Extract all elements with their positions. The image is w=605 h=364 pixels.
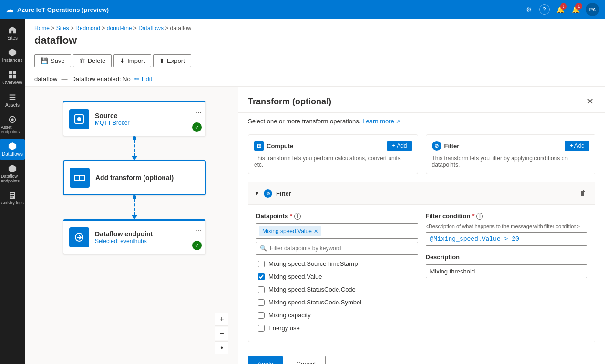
checkbox-5[interactable]	[258, 325, 265, 332]
search-wrapper: 🔍	[256, 242, 418, 255]
topbar-actions: ⚙ ? 🔔 1 🔔 1 PA	[524, 3, 599, 16]
filter-header-left: ▼ ⊘ Filter	[254, 189, 291, 198]
flow-nodes: Source MQTT Broker ... ✓	[63, 101, 206, 254]
checkbox-2[interactable]	[258, 286, 265, 293]
export-icon: ⬆	[159, 57, 164, 64]
svg-rect-9	[80, 175, 84, 180]
datapoints-info-icon[interactable]: i	[294, 213, 301, 220]
breadcrumb-donut-line[interactable]: donut-line	[107, 25, 132, 31]
tag-remove-icon[interactable]: ✕	[314, 228, 318, 234]
checkbox-label-2: Mixing speed.StatusCode.Code	[268, 286, 356, 293]
breadcrumb-dataflows[interactable]: Dataflows	[138, 25, 164, 31]
filter-condition-input[interactable]	[426, 232, 588, 246]
checkbox-item-2[interactable]: Mixing speed.StatusCode.Code	[256, 283, 418, 295]
export-button[interactable]: ⬆ Export	[153, 54, 191, 67]
checkbox-label-1: Mixing speed.Value	[268, 273, 322, 280]
connector-1	[132, 136, 137, 160]
checkbox-item-5[interactable]: Energy use	[256, 322, 418, 334]
edit-link[interactable]: ✏ Edit	[134, 75, 152, 82]
import-button[interactable]: ⬇ Import	[113, 54, 151, 67]
save-icon: 💾	[41, 57, 48, 64]
fit-button[interactable]: •	[215, 341, 228, 354]
azure-logo-icon: ☁	[6, 5, 13, 14]
svg-rect-1	[13, 71, 16, 74]
filter-delete-button[interactable]: 🗑	[578, 187, 589, 200]
breadcrumb-redmond[interactable]: Redmond	[75, 25, 100, 31]
endpoint-node-more[interactable]: ...	[195, 224, 202, 233]
breadcrumb-home[interactable]: Home	[34, 25, 50, 31]
compute-card-title: ⊞ Compute	[254, 141, 293, 151]
description-field-wrapper: Description	[426, 253, 588, 278]
checkbox-item-3[interactable]: Mixing speed.StatusCode.Symbol	[256, 296, 418, 308]
breadcrumb-sites[interactable]: Sites	[56, 25, 69, 31]
sidebar-item-assets[interactable]: Assets	[0, 90, 25, 111]
compute-icon: ⊞	[254, 141, 264, 151]
sidebar-item-dataflows[interactable]: Dataflows	[0, 139, 25, 160]
topbar: ☁ Azure IoT Operations (preview) ⚙ ? 🔔 1…	[0, 0, 605, 19]
source-node[interactable]: Source MQTT Broker ... ✓	[63, 101, 206, 136]
checkbox-4[interactable]	[258, 312, 265, 319]
zoom-out-button[interactable]: −	[215, 327, 228, 340]
external-link-icon: ↗	[396, 119, 400, 124]
sidebar-item-sites[interactable]: Sites	[0, 23, 25, 43]
page-header: Home > Sites > Redmond > donut-line > Da…	[25, 19, 605, 51]
checkbox-item-1[interactable]: Mixing speed.Value	[256, 271, 418, 283]
checkbox-1[interactable]	[258, 273, 265, 280]
apply-button[interactable]: Apply	[248, 356, 283, 364]
canvas-area[interactable]: Source MQTT Broker ... ✓	[25, 87, 238, 364]
sidebar-item-asset-endpoints[interactable]: Asset endpoints	[0, 112, 25, 137]
compute-add-button[interactable]: + Add	[387, 141, 411, 151]
filter-add-button[interactable]: + Add	[565, 141, 589, 151]
transform-options: ⊞ Compute + Add This transform lets you …	[238, 130, 605, 182]
delete-button[interactable]: 🗑 Delete	[73, 54, 112, 67]
notification2-badge: 1	[575, 3, 582, 10]
status-bar: dataflow — Dataflow enabled: No ✏ Edit	[25, 71, 605, 87]
filter-condition-column: Filter condition * i <Description of wha…	[426, 212, 588, 334]
cancel-button[interactable]: Cancel	[287, 356, 326, 364]
filter-condition-info-icon[interactable]: i	[476, 213, 483, 220]
svg-rect-8	[75, 175, 80, 180]
learn-more-link[interactable]: Learn more ↗	[362, 118, 400, 125]
source-node-title: Source	[95, 112, 200, 120]
svg-rect-2	[9, 75, 12, 78]
user-avatar[interactable]: PA	[586, 3, 599, 16]
filter-section-header: ▼ ⊘ Filter 🗑	[248, 182, 595, 205]
zoom-in-button[interactable]: +	[215, 313, 228, 326]
delete-icon: 🗑	[79, 57, 85, 64]
sidebar-item-instances[interactable]: Instances	[0, 45, 25, 66]
compute-card-header: ⊞ Compute + Add	[254, 141, 412, 151]
filter-section: ▼ ⊘ Filter 🗑 Datapoints *	[248, 182, 595, 342]
settings-icon[interactable]: ⚙	[524, 5, 533, 14]
breadcrumb: Home > Sites > Redmond > donut-line > Da…	[34, 25, 595, 31]
description-input[interactable]	[426, 264, 588, 278]
topbar-title: ☁ Azure IoT Operations (preview)	[6, 5, 109, 14]
filter-body: Datapoints * i Mixing speed.Value ✕	[248, 205, 595, 342]
transform-node[interactable]: Add transform (optional)	[63, 160, 206, 195]
source-node-more[interactable]: ...	[195, 106, 202, 115]
sidebar-item-dataflow-endpoints[interactable]: Dataflow endpoints	[0, 162, 25, 186]
panel-footer: Apply Cancel	[238, 350, 605, 364]
help-icon[interactable]: ?	[539, 4, 550, 15]
endpoint-node[interactable]: Dataflow endpoint Selected: eventhubs ..…	[63, 219, 206, 254]
filter-condition-hint: <Description of what happens to the mess…	[426, 223, 588, 229]
search-input[interactable]	[256, 242, 418, 255]
save-button[interactable]: 💾 Save	[34, 54, 71, 67]
checkbox-3[interactable]	[258, 299, 265, 306]
dataflow-status: Dataflow enabled: No	[71, 75, 130, 82]
status-separator: —	[61, 75, 67, 82]
content-area: Home > Sites > Redmond > donut-line > Da…	[25, 19, 605, 364]
checkbox-item-4[interactable]: Mixing capacity	[256, 309, 418, 321]
endpoint-node-info: Dataflow endpoint Selected: eventhubs	[95, 230, 200, 244]
notification1-wrapper: 🔔 1	[555, 5, 565, 14]
page-title: dataflow	[34, 34, 595, 47]
checkbox-0[interactable]	[258, 261, 265, 267]
panel-close-button[interactable]: ✕	[584, 94, 595, 109]
sidebar-item-overview[interactable]: Overview	[0, 68, 25, 88]
source-node-subtitle: MQTT Broker	[95, 120, 200, 126]
filter-chevron-icon[interactable]: ▼	[254, 190, 260, 197]
sidebar-item-activity-logs[interactable]: Activity logs	[0, 188, 25, 208]
search-icon: 🔍	[260, 245, 267, 252]
checkbox-item-0[interactable]: Mixing speed.SourceTimeStamp	[256, 258, 418, 270]
connector-dot-2	[133, 195, 136, 199]
tag-container[interactable]: Mixing speed.Value ✕	[256, 223, 418, 239]
